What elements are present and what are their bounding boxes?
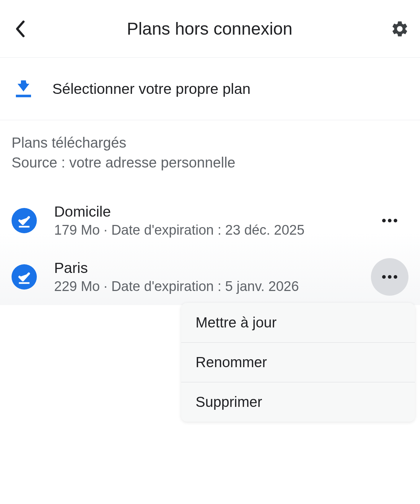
more-dots-icon xyxy=(382,219,397,222)
svg-rect-2 xyxy=(19,226,29,228)
plan-name: Paris xyxy=(54,260,371,277)
header: Plans hors connexion xyxy=(0,0,420,58)
section-title: Plans téléchargés xyxy=(12,135,408,151)
svg-rect-1 xyxy=(16,95,31,97)
more-dots-icon xyxy=(382,275,397,279)
plan-info: Paris 229 Mo · Date d'expiration : 5 jan… xyxy=(54,260,371,294)
svg-marker-0 xyxy=(18,81,30,91)
plan-info: Domicile 179 Mo · Date d'expiration : 23… xyxy=(54,203,371,238)
svg-rect-3 xyxy=(19,282,29,284)
section-header: Plans téléchargés Source : votre adresse… xyxy=(0,120,420,178)
chevron-left-icon xyxy=(14,20,26,38)
more-button-active[interactable] xyxy=(371,258,408,296)
section-subtitle: Source : votre adresse personnelle xyxy=(12,155,408,171)
menu-delete[interactable]: Supprimer xyxy=(181,382,415,422)
settings-button[interactable] xyxy=(390,19,409,38)
plan-item-paris[interactable]: Paris 229 Mo · Date d'expiration : 5 jan… xyxy=(0,249,420,305)
check-circle-icon xyxy=(12,208,37,233)
content-area: Domicile 179 Mo · Date d'expiration : 23… xyxy=(0,178,420,305)
page-title: Plans hors connexion xyxy=(127,19,293,39)
download-icon xyxy=(13,78,34,100)
back-button[interactable] xyxy=(11,20,29,38)
more-button[interactable] xyxy=(371,202,408,239)
select-own-plan-button[interactable]: Sélectionner votre propre plan xyxy=(0,58,420,120)
plan-details: 179 Mo · Date d'expiration : 23 déc. 202… xyxy=(54,222,371,238)
context-menu: Mettre à jour Renommer Supprimer xyxy=(181,303,415,422)
select-own-plan-label: Sélectionner votre propre plan xyxy=(52,81,250,97)
plan-list: Domicile 179 Mo · Date d'expiration : 23… xyxy=(0,192,420,305)
menu-rename[interactable]: Renommer xyxy=(181,343,415,382)
check-circle-icon xyxy=(12,264,37,290)
plan-details: 229 Mo · Date d'expiration : 5 janv. 202… xyxy=(54,279,371,294)
menu-update[interactable]: Mettre à jour xyxy=(181,303,415,343)
gear-icon xyxy=(390,19,409,38)
plan-item-domicile[interactable]: Domicile 179 Mo · Date d'expiration : 23… xyxy=(0,192,420,249)
plan-name: Domicile xyxy=(54,203,371,220)
